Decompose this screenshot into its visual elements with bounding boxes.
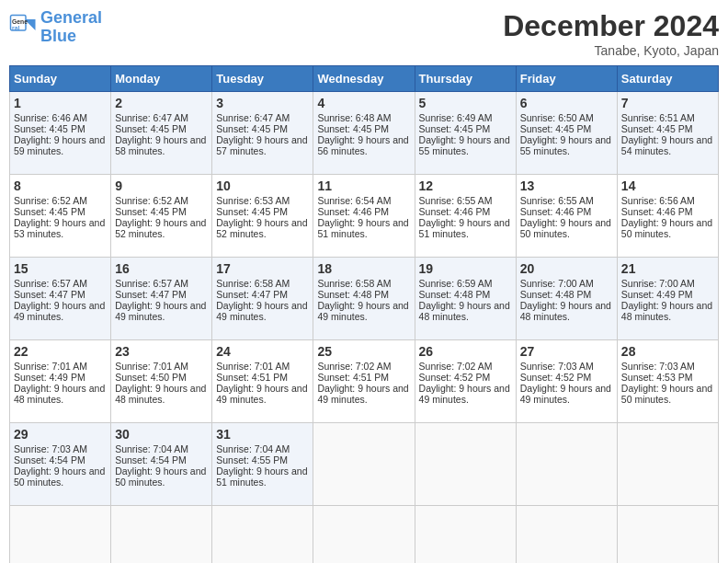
header-saturday: Saturday <box>617 66 718 92</box>
day-number: 11 <box>317 178 410 193</box>
sunrise-text: Sunrise: 6:52 AM <box>115 195 188 206</box>
calendar-cell <box>10 506 111 564</box>
calendar-cell: 9Sunrise: 6:52 AMSunset: 4:45 PMDaylight… <box>111 175 212 258</box>
sunset-text: Sunset: 4:48 PM <box>317 289 389 300</box>
calendar-cell: 5Sunrise: 6:49 AMSunset: 4:45 PMDaylight… <box>415 92 516 175</box>
calendar-cell: 24Sunrise: 7:01 AMSunset: 4:51 PMDayligh… <box>212 340 313 423</box>
calendar-cell: 4Sunrise: 6:48 AMSunset: 4:45 PMDaylight… <box>313 92 415 175</box>
day-number: 27 <box>520 344 613 359</box>
daylight-text: Daylight: 9 hours and 50 minutes. <box>115 465 206 488</box>
sunrise-text: Sunrise: 6:47 AM <box>216 112 290 123</box>
calendar-cell: 20Sunrise: 7:00 AMSunset: 4:48 PMDayligh… <box>516 258 617 340</box>
daylight-text: Daylight: 9 hours and 55 minutes. <box>419 134 510 156</box>
day-number: 29 <box>14 427 107 442</box>
week-row <box>10 506 719 564</box>
sunrise-text: Sunrise: 6:55 AM <box>520 195 594 206</box>
calendar-cell: 23Sunrise: 7:01 AMSunset: 4:50 PMDayligh… <box>111 340 212 423</box>
sunrise-text: Sunrise: 6:51 AM <box>621 112 695 123</box>
sunrise-text: Sunrise: 7:03 AM <box>520 361 594 372</box>
sunrise-text: Sunrise: 6:59 AM <box>419 278 493 289</box>
daylight-text: Daylight: 9 hours and 55 minutes. <box>520 134 611 156</box>
sunset-text: Sunset: 4:51 PM <box>317 372 389 383</box>
day-number: 24 <box>216 344 309 359</box>
sunset-text: Sunset: 4:45 PM <box>419 123 491 134</box>
calendar-cell <box>516 506 617 564</box>
daylight-text: Daylight: 9 hours and 49 minutes. <box>317 383 408 405</box>
sunrise-text: Sunrise: 6:58 AM <box>216 278 290 289</box>
daylight-text: Daylight: 9 hours and 51 minutes. <box>419 217 510 239</box>
logo-line1: General <box>40 8 102 27</box>
daylight-text: Daylight: 9 hours and 48 minutes. <box>115 383 206 405</box>
calendar-cell <box>111 506 212 564</box>
sunset-text: Sunset: 4:53 PM <box>621 372 693 383</box>
sunrise-text: Sunrise: 6:46 AM <box>14 112 87 123</box>
daylight-text: Daylight: 9 hours and 59 minutes. <box>14 134 105 156</box>
sunset-text: Sunset: 4:47 PM <box>14 289 85 300</box>
daylight-text: Daylight: 9 hours and 58 minutes. <box>115 134 206 156</box>
sunset-text: Sunset: 4:49 PM <box>621 289 693 300</box>
daylight-text: Daylight: 9 hours and 51 minutes. <box>216 465 307 488</box>
sunrise-text: Sunrise: 7:01 AM <box>216 361 290 372</box>
page-header: Gene ral General Blue December 2024 Tana… <box>9 9 719 58</box>
day-number: 5 <box>419 96 512 110</box>
sunset-text: Sunset: 4:45 PM <box>115 206 187 217</box>
sunset-text: Sunset: 4:49 PM <box>14 372 85 383</box>
calendar-cell: 8Sunrise: 6:52 AMSunset: 4:45 PMDaylight… <box>10 175 111 258</box>
day-number: 13 <box>520 178 613 193</box>
calendar-cell: 2Sunrise: 6:47 AMSunset: 4:45 PMDaylight… <box>111 92 212 175</box>
calendar-cell: 7Sunrise: 6:51 AMSunset: 4:45 PMDaylight… <box>617 92 718 175</box>
daylight-text: Daylight: 9 hours and 49 minutes. <box>419 383 510 405</box>
calendar-cell: 18Sunrise: 6:58 AMSunset: 4:48 PMDayligh… <box>313 258 415 340</box>
sunset-text: Sunset: 4:55 PM <box>216 454 288 465</box>
calendar-cell: 21Sunrise: 7:00 AMSunset: 4:49 PMDayligh… <box>617 258 718 340</box>
day-number: 8 <box>14 178 107 193</box>
daylight-text: Daylight: 9 hours and 51 minutes. <box>317 217 408 239</box>
sunset-text: Sunset: 4:52 PM <box>520 372 592 383</box>
month-title: December 2024 <box>503 9 719 43</box>
calendar-cell <box>617 423 718 506</box>
day-number: 30 <box>115 427 208 442</box>
calendar-cell: 25Sunrise: 7:02 AMSunset: 4:51 PMDayligh… <box>313 340 415 423</box>
sunset-text: Sunset: 4:47 PM <box>216 289 288 300</box>
daylight-text: Daylight: 9 hours and 48 minutes. <box>520 300 611 322</box>
sunrise-text: Sunrise: 7:01 AM <box>14 361 87 372</box>
sunset-text: Sunset: 4:46 PM <box>520 206 592 217</box>
week-row: 22Sunrise: 7:01 AMSunset: 4:49 PMDayligh… <box>10 340 719 423</box>
calendar-cell: 11Sunrise: 6:54 AMSunset: 4:46 PMDayligh… <box>313 175 415 258</box>
sunset-text: Sunset: 4:52 PM <box>419 372 491 383</box>
svg-text:Gene: Gene <box>12 17 28 24</box>
daylight-text: Daylight: 9 hours and 49 minutes. <box>115 300 206 322</box>
sunset-text: Sunset: 4:45 PM <box>115 123 187 134</box>
calendar-cell: 19Sunrise: 6:59 AMSunset: 4:48 PMDayligh… <box>415 258 516 340</box>
calendar-cell: 12Sunrise: 6:55 AMSunset: 4:46 PMDayligh… <box>415 175 516 258</box>
calendar-table: SundayMondayTuesdayWednesdayThursdayFrid… <box>9 65 719 563</box>
day-number: 21 <box>621 261 714 276</box>
daylight-text: Daylight: 9 hours and 52 minutes. <box>216 217 307 239</box>
daylight-text: Daylight: 9 hours and 50 minutes. <box>14 465 105 488</box>
sunset-text: Sunset: 4:46 PM <box>419 206 491 217</box>
header-monday: Monday <box>111 66 212 92</box>
day-number: 12 <box>419 178 512 193</box>
calendar-cell <box>212 506 313 564</box>
daylight-text: Daylight: 9 hours and 53 minutes. <box>14 217 105 239</box>
header-row: SundayMondayTuesdayWednesdayThursdayFrid… <box>10 66 719 92</box>
header-wednesday: Wednesday <box>313 66 415 92</box>
day-number: 6 <box>520 96 613 110</box>
day-number: 18 <box>317 261 410 276</box>
logo-line2: Blue <box>40 27 76 45</box>
header-thursday: Thursday <box>415 66 516 92</box>
sunrise-text: Sunrise: 6:57 AM <box>14 278 87 289</box>
sunset-text: Sunset: 4:50 PM <box>115 372 187 383</box>
day-number: 20 <box>520 261 613 276</box>
sunrise-text: Sunrise: 7:03 AM <box>621 361 695 372</box>
day-number: 1 <box>14 96 107 110</box>
sunrise-text: Sunrise: 6:53 AM <box>216 195 290 206</box>
daylight-text: Daylight: 9 hours and 49 minutes. <box>14 300 105 322</box>
daylight-text: Daylight: 9 hours and 50 minutes. <box>621 383 712 405</box>
calendar-cell: 16Sunrise: 6:57 AMSunset: 4:47 PMDayligh… <box>111 258 212 340</box>
sunrise-text: Sunrise: 6:55 AM <box>419 195 493 206</box>
calendar-cell: 3Sunrise: 6:47 AMSunset: 4:45 PMDaylight… <box>212 92 313 175</box>
calendar-cell: 22Sunrise: 7:01 AMSunset: 4:49 PMDayligh… <box>10 340 111 423</box>
sunset-text: Sunset: 4:45 PM <box>14 123 85 134</box>
sunset-text: Sunset: 4:48 PM <box>419 289 491 300</box>
